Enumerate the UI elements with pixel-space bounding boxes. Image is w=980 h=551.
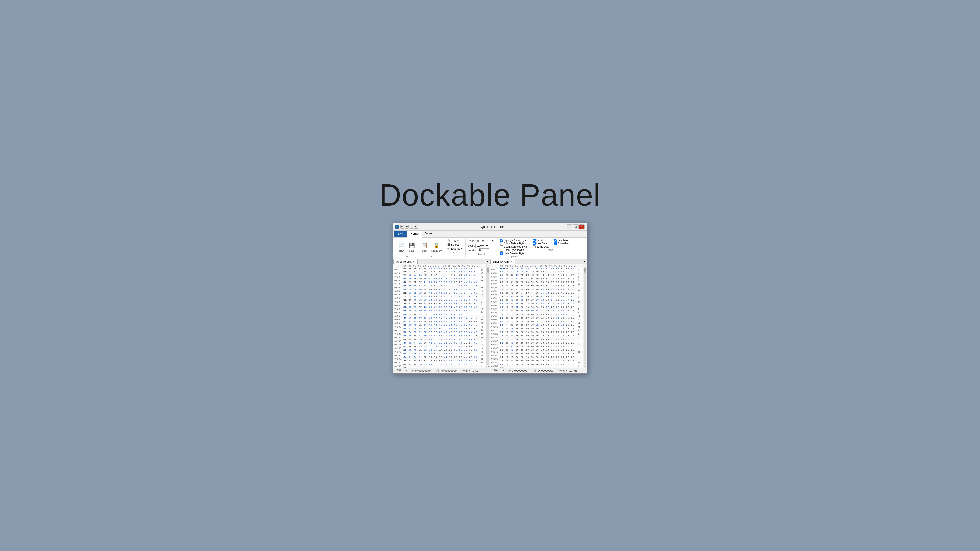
hide-deleted-checkbox[interactable]: [500, 252, 503, 255]
layout-group-label: Layout: [478, 253, 485, 256]
count-selected-label: Count Selected Byte: [504, 245, 527, 248]
hex-addr: 0x180: [491, 354, 501, 357]
panel2-close-icon[interactable]: ✕: [511, 260, 512, 263]
hex-row[interactable]: 0x1B00A 09 3C 6B 65 79 3E 38 42 45 33 45…: [393, 365, 487, 368]
panel1-scroll-thumb[interactable]: [487, 268, 489, 273]
panel1-scroll-track[interactable]: [487, 267, 489, 365]
panel2-scrollbar[interactable]: ▲ ▼: [583, 264, 587, 368]
allow-delete-check[interactable]: Alllow Delete Byte: [500, 242, 527, 245]
location-input[interactable]: [479, 248, 489, 252]
clipb-group-label: Clipb...: [428, 256, 435, 258]
panel1-hex-content[interactable]: 0x0EF BB BF 3C 3F 78 6D 6C 20 76 65 72 7…: [393, 268, 487, 368]
hex-addr: 0x10: [491, 272, 501, 275]
panel2-scroll-thumb[interactable]: [584, 268, 586, 273]
hex-chars-cell: ty: [480, 297, 485, 300]
copy-button[interactable]: 📋 Copy: [420, 241, 429, 252]
hex-chars-cell: Da: [480, 343, 485, 347]
hex-chars-cell: at: [576, 322, 582, 325]
panel1-scroll-btn[interactable]: ▼: [485, 260, 490, 264]
hex-chars-cell: ¿»: [480, 268, 485, 272]
hex-row[interactable]: 0x1B064 20 20 20 20 20 20 20 20 20 20 20…: [490, 365, 584, 368]
hex-addr: 0x10: [394, 272, 404, 275]
hex-addr: 0x130: [491, 336, 501, 340]
edit-col: 🔍 Find ▼ ⬛ Select - ⇄ Reverse ▼: [446, 239, 464, 251]
save-button[interactable]: 💾 Save: [407, 241, 416, 252]
count-selected-checkbox[interactable]: [500, 245, 503, 248]
tab-home[interactable]: Home: [407, 230, 422, 238]
hex-chars-cell: sh: [576, 300, 582, 304]
show-tooltip-check[interactable]: Show Byte Tooltip: [500, 249, 527, 251]
statusbar-checkbox[interactable]: [554, 242, 557, 245]
reverse-button[interactable]: ⇄ Reverse ▼: [446, 247, 464, 251]
line-info-check[interactable]: Line Info: [554, 239, 569, 241]
minimize-btn[interactable]: ─: [567, 224, 573, 229]
panel1-scrollbar[interactable]: ▲ ▼: [487, 264, 490, 368]
highlight-checkbox[interactable]: [500, 239, 503, 241]
panel1-close-icon[interactable]: ✕: [413, 260, 415, 263]
hex-chars-cell: nt: [576, 325, 582, 329]
title-bar: H 💾 ↩ ↪ ▼ Quick Hex Editor ─ □ ✕: [393, 223, 587, 230]
zoom-select[interactable]: 100 % 75 % 125 %: [476, 244, 490, 248]
panel1-scroll-down-btn[interactable]: ▼: [487, 366, 489, 368]
window-controls: ─ □ ✕: [567, 224, 585, 229]
panel1-scroll-up-btn[interactable]: ▲: [487, 265, 489, 267]
bpl-dropdown: Bytes Per Line: 16 8 32: [468, 239, 495, 243]
status2-zoom: 100%: [492, 369, 498, 373]
hex-chars-cell: a>: [480, 347, 485, 350]
hex-bytes-cell: 0A 09 3C 6B 65 79 3E 38 42 45 33 45 41 3…: [404, 363, 480, 368]
string-data-checkbox[interactable]: [533, 245, 536, 248]
tab-wenjian[interactable]: 文件: [394, 230, 407, 238]
allow-delete-checkbox[interactable]: [500, 242, 503, 245]
row-value-2: 0x00000000: [512, 370, 528, 372]
size-value-1: 1 KB: [473, 370, 479, 372]
hex-addr: 0x120: [394, 332, 404, 336]
hex-chars-cell: lo: [480, 311, 485, 314]
hex-chars-cell: ke: [480, 307, 485, 311]
panel1-tab-appinfo[interactable]: AppInfo.plist ✕: [393, 259, 417, 264]
line-info-checkbox[interactable]: [554, 239, 557, 241]
tab-more[interactable]: More: [422, 230, 435, 238]
line-info-label: Line Info: [558, 239, 568, 241]
hex-chars-cell: .c: [480, 293, 485, 297]
header-check[interactable]: Header: [533, 239, 549, 241]
hex-data-check[interactable]: Hex Data: [533, 242, 549, 245]
hide-deleted-check[interactable]: Hide Deleted Byte: [500, 252, 527, 255]
select-button[interactable]: ⬛ Select -: [446, 243, 464, 246]
hex-addr: 0x1B0: [491, 365, 501, 368]
ribbon-group-edit: 🔍 Find ▼ ⬛ Select - ⇄ Reverse ▼ Edit: [445, 239, 466, 258]
panel2-tab-timeline[interactable]: timeline.yaml ✕: [490, 259, 515, 264]
readonly-button[interactable]: 🔒 ReadOnly: [430, 241, 442, 252]
panel1-header-bytes: 00 01 02 03 04 05 06 07 08 09 0A 0B 0C 0…: [404, 265, 485, 267]
hex-chars-cell: id: [576, 279, 582, 283]
show-tooltip-checkbox[interactable]: [500, 249, 503, 251]
panel2-hex-content[interactable]: 0x07D 20 63 72 65 61 74 65 64 5F 61 74 3…: [490, 268, 584, 368]
hex-addr: 0x140: [394, 340, 404, 343]
hex-addr: 0x140: [491, 340, 501, 343]
redo-btn[interactable]: ↪: [410, 225, 413, 229]
string-data-label: String Data: [536, 245, 549, 248]
hex-bytes-cell: 64 20 20 20 20 20 20 20 20 20 20 20 20 2…: [501, 363, 577, 368]
new-button[interactable]: 📄 New: [397, 241, 406, 252]
string-data-check[interactable]: String Data: [533, 245, 549, 248]
statusbar-check[interactable]: Statusbar: [554, 242, 569, 245]
quick-save-btn[interactable]: 💾: [401, 225, 404, 229]
panel2-scroll-btn[interactable]: ▼: [582, 260, 587, 264]
panel2-scroll-track[interactable]: [584, 267, 586, 365]
highlight-same-byte-check[interactable]: Highlight Same Byte: [500, 239, 527, 241]
bpl-select[interactable]: 16 8 32: [486, 239, 495, 243]
undo-btn[interactable]: ↩: [405, 225, 409, 229]
hex-addr: 0x60: [491, 289, 501, 293]
panel2-scroll-down-btn[interactable]: ▼: [584, 366, 586, 368]
size-label-1: 字节长度: [461, 370, 471, 372]
panel2-scroll-up-btn[interactable]: ▲: [584, 265, 586, 267]
readonly-label: ReadOnly: [431, 249, 442, 252]
hex-data-checkbox[interactable]: [533, 242, 536, 245]
hex-addr: 0x180: [394, 354, 404, 357]
maximize-btn[interactable]: □: [573, 224, 579, 229]
count-selected-check[interactable]: Count Selected Byte: [500, 245, 527, 248]
header-checkbox[interactable]: [533, 239, 536, 241]
ribbon-group-layout: Bytes Per Line: 16 8 32 Zoom: 100 % 75 %…: [466, 239, 497, 258]
quick-access-btn[interactable]: ▼: [414, 225, 418, 229]
find-button[interactable]: 🔍 Find ▼: [446, 239, 464, 242]
close-btn[interactable]: ✕: [579, 224, 585, 229]
